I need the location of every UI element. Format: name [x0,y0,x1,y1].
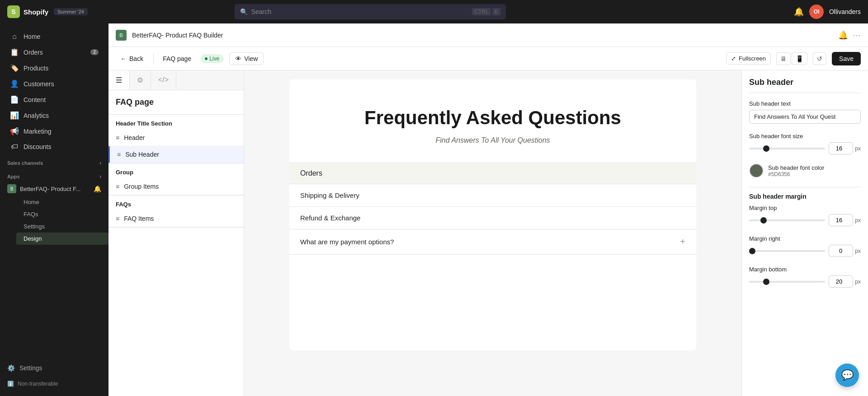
preview-scroll[interactable]: Frequently Asked Questions Find Answers … [244,70,741,396]
analytics-icon: 📊 [10,111,19,120]
sidebar-item-content[interactable]: 📄 Content [3,92,106,107]
view-button[interactable]: 👁 View [229,52,264,65]
main-content: B BetterFAQ- Product FAQ Builder 🔔 ⋯ ← B… [108,23,868,396]
header-more-icon[interactable]: ⋯ [853,30,861,40]
margin-bottom-slider[interactable] [749,281,825,283]
chevron-right-icon: › [99,173,101,180]
margin-top-input[interactable] [829,214,853,226]
left-panel: ☰ ⚙ </> FAQ page Header Title Section ≡ … [108,70,244,396]
margin-bottom-slider-row: px [749,275,861,288]
list-icon: ≡ [116,215,119,222]
preview-area: Frequently Asked Questions Find Answers … [244,70,741,396]
sidebar-item-products[interactable]: 🏷️ Products [3,60,106,76]
search-bar[interactable]: 🔍 CTRL K [235,4,506,19]
section-item-header[interactable]: ≡ Header [108,130,244,146]
faq-hero: Frequently Asked Questions Find Answers … [289,79,696,163]
mobile-icon[interactable]: 📱 [792,52,807,65]
sidebar-item-label: Customers [24,80,54,88]
sidebar-item-label: Discounts [24,143,51,150]
faq-item[interactable]: Shipping & Delivery [289,184,696,206]
panel-tab-code[interactable]: </> [151,70,176,90]
arrow-left-icon: ← [120,55,127,62]
sidebar-item-label: Home [24,33,40,40]
chat-bubble[interactable]: 💬 [835,363,859,387]
list-icon: ≡ [116,134,119,141]
font-size-input[interactable] [829,142,853,154]
sidebar-item-discounts[interactable]: 🏷 Discounts [3,139,106,154]
margin-right-input[interactable] [829,245,853,257]
sidebar-item-marketing[interactable]: 📢 Marketing [3,123,106,139]
faq-item[interactable]: Refund & Exchange [289,206,696,229]
notification-bell-icon: 🔔 [94,185,101,192]
margin-top-slider[interactable] [749,219,825,221]
app-sub-design[interactable]: Design [16,233,108,245]
save-button[interactable]: Save [832,52,861,65]
right-panel: Sub header Sub header text Sub header fo… [741,70,868,396]
font-size-slider[interactable] [749,148,825,149]
panel-tabs: ☰ ⚙ </> [108,70,244,90]
color-name: Sub header font color [768,164,824,171]
eye-icon: 👁 [235,55,241,62]
faq-page-tab[interactable]: FAQ page [159,53,195,64]
search-icon: 🔍 [240,8,248,15]
section-group: Group ≡ Group Items [108,163,244,196]
non-transferable: ℹ️ Non-transferable [0,377,108,391]
store-name: Ollivanders [829,8,861,15]
notification-icon[interactable]: 🔔 [794,7,804,17]
desktop-icon[interactable]: 🖥 [776,52,791,65]
color-swatch[interactable] [749,163,764,178]
sidebar-item-home[interactable]: ⌂ Home [3,29,106,44]
margin-top-group: Margin top px [749,205,861,226]
summer-badge: Summer '24 [54,8,88,15]
app-sub-settings[interactable]: Settings [16,220,108,233]
margin-bottom-input[interactable] [829,275,853,288]
margin-bottom-label: Margin bottom [749,266,861,273]
chat-icon: 💬 [841,369,854,381]
header-bell-icon[interactable]: 🔔 [838,30,848,40]
panel-tab-settings[interactable]: ⚙ [130,70,151,90]
sidebar-item-label: Content [24,96,46,103]
fullscreen-button[interactable]: ⤢ Fullscreen [726,52,771,65]
font-size-px-label: px [855,145,861,152]
expand-icon: + [680,237,685,247]
faq-expandable-item[interactable]: What are my payment options? + [289,229,696,254]
products-icon: 🏷️ [10,64,19,72]
app-layout: ⌂ Home 📋 Orders 2 🏷️ Products 👤 Customer… [0,23,868,396]
section-item-faq-items[interactable]: ≡ FAQ Items [108,210,244,227]
app-sub-faqs[interactable]: FAQs [16,208,108,220]
sidebar-item-analytics[interactable]: 📊 Analytics [3,107,106,123]
margin-bottom-group: Margin bottom px [749,266,861,288]
faq-subtitle: Find Answers To All Your Questions [307,136,678,144]
margin-right-slider[interactable] [749,250,825,252]
orders-badge: 2 [90,49,99,55]
app-sub-home[interactable]: Home [16,196,108,208]
live-badge: Live [200,54,224,63]
font-color-row: Sub header font color #5D6356 [749,163,861,178]
sub-header-text-group: Sub header text [749,100,861,124]
undo-button[interactable]: ↺ [813,52,826,65]
sidebar-settings[interactable]: ⚙️ Settings [0,359,108,377]
content-icon: 📄 [10,95,19,104]
section-faqs: FAQs ≡ FAQ Items [108,196,244,228]
settings-label: Settings [19,364,42,372]
back-button[interactable]: ← Back [116,52,148,65]
app-name: BetterFAQ- Product F... [20,186,80,192]
panel-tab-list[interactable]: ☰ [108,70,130,90]
home-icon: ⌂ [10,33,19,41]
live-dot [205,57,208,60]
sidebar-item-label: Marketing [24,128,51,135]
sidebar-item-customers[interactable]: 👤 Customers [3,76,106,92]
faq-group-header: Orders [289,163,696,184]
right-panel-title: Sub header [749,78,861,93]
sidebar-item-orders[interactable]: 📋 Orders 2 [3,44,106,60]
sidebar-item-label: Analytics [24,112,49,119]
font-size-group: Sub header font size px [749,133,861,154]
sub-header-text-input[interactable] [749,110,861,124]
fullscreen-icon: ⤢ [731,55,736,62]
app-betterfaq[interactable]: B BetterFAQ- Product F... 🔔 [0,182,108,196]
margin-right-label: Margin right [749,235,861,242]
shopify-logo: S Shopify [7,5,48,18]
section-item-sub-header[interactable]: ≡ Sub Header [108,146,244,163]
section-item-group-items[interactable]: ≡ Group Items [108,178,244,195]
search-input[interactable] [251,8,469,15]
